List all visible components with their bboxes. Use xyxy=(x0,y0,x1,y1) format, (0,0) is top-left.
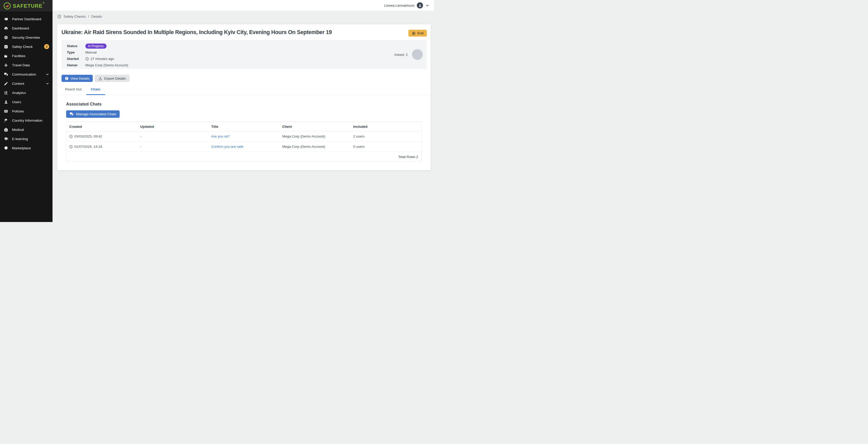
sidebar-item-country-information[interactable]: Country Information xyxy=(0,116,53,125)
table-footer-total-rows: Total Rows 2 xyxy=(66,152,422,162)
sidebar-item-content[interactable]: Content xyxy=(0,79,53,88)
chevron-down-icon xyxy=(45,72,49,76)
card-header: Ukraine: Air Raid Sirens Sounded In Mult… xyxy=(57,24,431,37)
graduation-cap-icon xyxy=(4,137,8,141)
sidebar-item-e-learning[interactable]: E-learning xyxy=(0,134,53,144)
chevron-down-icon xyxy=(45,82,49,85)
handshake-icon xyxy=(4,17,8,21)
created-value: 01/07/2025, 14:18 xyxy=(74,145,102,149)
asked-donut-chart xyxy=(412,49,423,60)
export-details-button[interactable]: Export Details xyxy=(95,75,129,82)
sidebar-item-security-overview[interactable]: Security Overview xyxy=(0,33,53,42)
asked-summary: Asked: 2 xyxy=(394,49,423,60)
column-header-created: Created xyxy=(66,125,137,129)
sidebar-item-travel-data[interactable]: Travel Data xyxy=(0,60,53,70)
sidebar-item-facilities[interactable]: Facilities xyxy=(0,51,53,60)
view-details-button[interactable]: View Details xyxy=(61,75,93,82)
tabs: Reach Out Chats xyxy=(57,85,431,95)
breadcrumb-safety-checks[interactable]: Safety Checks xyxy=(64,14,86,19)
flag-icon xyxy=(4,118,8,123)
factory-icon xyxy=(4,54,8,58)
chat-bubbles-icon xyxy=(69,112,74,116)
action-row: View Details Export Details xyxy=(61,75,431,82)
check-square-icon xyxy=(57,14,61,19)
column-header-client: Client xyxy=(280,125,350,129)
pencil-icon xyxy=(4,82,8,86)
breadcrumb-separator: / xyxy=(88,14,89,19)
associated-chats-table: Created Updated Title Client Included 03… xyxy=(66,122,422,162)
breadcrumb-details: Details xyxy=(91,14,102,19)
sidebar-item-policies[interactable]: Policies xyxy=(0,106,53,116)
table-row: 01/07/2025, 14:18 - Confirm you are safe… xyxy=(66,141,422,152)
column-header-included: Included xyxy=(350,125,422,129)
safety-check-count-badge: 3 xyxy=(44,44,49,49)
puzzle-icon xyxy=(4,146,8,150)
table-header-row: Created Updated Title Client Included xyxy=(66,122,422,131)
clock-icon xyxy=(69,145,73,149)
sidebar-item-medical[interactable]: Medical xyxy=(0,125,53,134)
stopwatch-icon xyxy=(412,31,416,35)
owner-row: Owner Mega Corp (Demo Account) xyxy=(67,62,422,68)
breadcrumb: Safety Checks / Details xyxy=(57,14,434,19)
sidebar-item-users[interactable]: Users xyxy=(0,97,53,106)
client-value: Mega Corp (Demo Account) xyxy=(280,145,350,149)
sidebar-item-analytics[interactable]: Analytics xyxy=(0,88,53,97)
tab-reach-out[interactable]: Reach Out xyxy=(60,85,86,95)
status-badge: In Progress xyxy=(85,43,106,49)
brand-name: SAFETURE® xyxy=(13,3,44,9)
section-heading: Associated Chats xyxy=(66,102,422,106)
plane-icon xyxy=(4,63,8,67)
sidebar-menu: Partner Dashboard Dashboard Security Ove… xyxy=(0,12,53,153)
updated-value: - xyxy=(137,134,208,138)
manage-associated-chats-button[interactable]: Manage Associated Chats xyxy=(66,110,120,118)
sidebar-item-marketplace[interactable]: Marketplace xyxy=(0,144,53,153)
created-value: 03/03/2025, 09:42 xyxy=(74,134,102,138)
sidebar-item-partner-dashboard[interactable]: Partner Dashboard xyxy=(0,14,53,24)
column-header-title: Title xyxy=(208,125,279,129)
chat-bubbles-icon xyxy=(4,72,8,76)
column-header-updated: Updated xyxy=(137,125,208,129)
chevron-down-icon[interactable] xyxy=(425,3,429,7)
clock-icon xyxy=(85,57,89,61)
info-icon xyxy=(65,76,69,81)
sidebar: SAFETURE® Partner Dashboard Dashboard Se… xyxy=(0,0,53,222)
included-value: 0 users xyxy=(350,145,422,149)
list-card-icon xyxy=(4,109,8,114)
tab-chats[interactable]: Chats xyxy=(86,85,105,95)
started-row: Started 27 minutes ago xyxy=(67,56,422,62)
clock-icon xyxy=(69,135,73,138)
user-icon xyxy=(4,100,8,104)
associated-chats-section: Associated Chats Manage Associated Chats… xyxy=(66,102,422,162)
check-square-icon xyxy=(4,44,8,49)
end-button[interactable]: End xyxy=(408,30,427,37)
type-row: Type Manual xyxy=(67,49,422,56)
topbar: Linnea Lennartsson xyxy=(53,0,434,11)
chat-title-link[interactable]: Confirm you are safe xyxy=(211,145,243,149)
brand-logo[interactable]: SAFETURE® xyxy=(0,0,53,12)
client-value: Mega Corp (Demo Account) xyxy=(280,134,350,138)
user-circle-icon[interactable] xyxy=(417,2,423,8)
chat-title-link[interactable]: Are you ok? xyxy=(211,134,229,138)
safeture-logo-icon xyxy=(3,2,11,10)
page-title: Ukraine: Air Raid Sirens Sounded In Mult… xyxy=(61,29,332,36)
user-name: Linnea Lennartsson xyxy=(384,4,414,7)
updated-value: - xyxy=(137,145,208,149)
download-icon xyxy=(98,76,102,81)
info-panel: Status In Progress Type Manual Started 2… xyxy=(61,40,427,69)
sidebar-item-dashboard[interactable]: Dashboard xyxy=(0,24,53,33)
gauge-icon xyxy=(4,26,8,30)
sidebar-item-safety-check[interactable]: Safety Check 3 xyxy=(0,42,53,51)
table-row: 03/03/2025, 09:42 - Are you ok? Mega Cor… xyxy=(66,131,422,141)
asked-count: Asked: 2 xyxy=(394,53,408,57)
bar-chart-icon xyxy=(4,91,8,95)
safety-check-details-card: Ukraine: Air Raid Sirens Sounded In Mult… xyxy=(57,24,431,170)
globe-icon xyxy=(4,35,8,40)
status-row: Status In Progress xyxy=(67,43,422,49)
medical-bag-icon xyxy=(4,128,8,132)
main-content: Safety Checks / Details Ukraine: Air Rai… xyxy=(53,11,434,222)
sidebar-item-communication[interactable]: Communication xyxy=(0,70,53,79)
included-value: 2 users xyxy=(350,134,422,138)
